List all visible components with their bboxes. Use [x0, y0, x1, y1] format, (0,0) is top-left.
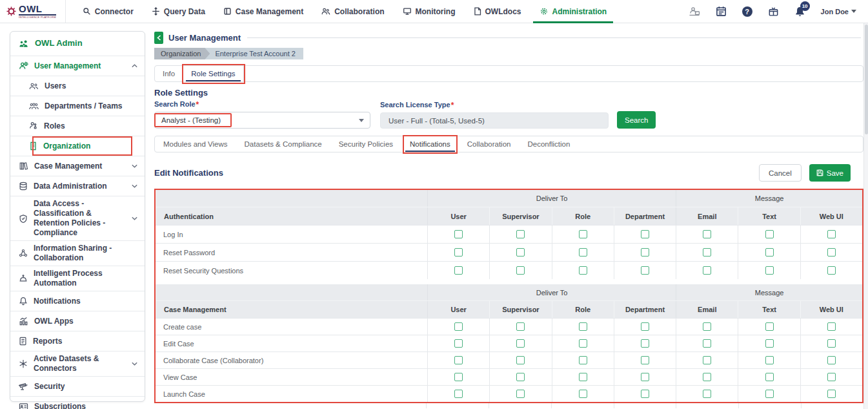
checkbox[interactable] — [827, 266, 836, 275]
sidebar-item-subscriptions[interactable]: Subscriptions — [10, 397, 145, 409]
checkbox[interactable] — [703, 390, 711, 398]
sidebar-item-organization[interactable]: Organization — [10, 136, 145, 156]
checkbox[interactable] — [454, 339, 463, 348]
sidebar-item-owl-apps[interactable]: OWL Apps — [10, 311, 145, 331]
checkbox[interactable] — [516, 339, 525, 348]
sidebar-collapse-button[interactable] — [154, 32, 163, 44]
checkbox[interactable] — [641, 266, 649, 275]
license-type-field[interactable]: User - Full - (Total-5, Used-5) — [380, 112, 609, 129]
checkbox[interactable] — [703, 230, 711, 238]
checkbox[interactable] — [765, 373, 774, 381]
checkbox[interactable] — [641, 322, 649, 331]
search-role-select[interactable]: Analyst - (Testing) — [154, 112, 370, 129]
checkbox[interactable] — [579, 373, 587, 381]
subtab-modules-and-views[interactable]: Modules and Views — [155, 136, 236, 152]
checkbox[interactable] — [454, 230, 463, 238]
whats-new-gift-icon[interactable] — [768, 6, 779, 17]
nav-item-connector[interactable]: Connector — [74, 0, 143, 23]
tab-info[interactable]: Info — [155, 66, 183, 81]
nav-item-owldocs[interactable]: OWLdocs — [465, 0, 530, 23]
checkbox[interactable] — [641, 230, 649, 238]
checkbox[interactable] — [765, 230, 774, 238]
checkbox[interactable] — [827, 373, 836, 381]
nav-item-case-management[interactable]: Case Management — [214, 0, 312, 23]
nav-item-monitoring[interactable]: Monitoring — [394, 0, 465, 23]
checkbox[interactable] — [454, 248, 463, 257]
vertical-scrollbar[interactable] — [863, 23, 868, 409]
checkbox[interactable] — [641, 390, 649, 398]
notifications-bell-icon[interactable]: 10 — [794, 6, 805, 17]
checkbox[interactable] — [827, 322, 836, 331]
checkbox[interactable] — [579, 248, 587, 257]
checkbox[interactable] — [516, 248, 525, 257]
sidebar-item-information-sharing[interactable]: Information Sharing - Collaboration — [10, 241, 145, 266]
checkbox[interactable] — [579, 230, 587, 238]
nav-item-administration[interactable]: Administration — [530, 0, 616, 23]
checkbox[interactable] — [765, 390, 774, 398]
checkbox[interactable] — [579, 356, 587, 364]
sidebar-item-user-management[interactable]: User Management — [10, 56, 145, 76]
subtab-deconfliction[interactable]: Deconfliction — [519, 136, 578, 152]
checkbox[interactable] — [516, 390, 525, 398]
checkbox[interactable] — [765, 322, 774, 331]
sidebar-item-security[interactable]: Security — [10, 377, 145, 397]
sidebar-item-users[interactable]: Users — [10, 76, 145, 96]
checkbox[interactable] — [827, 248, 836, 257]
checkbox[interactable] — [765, 248, 774, 257]
checkbox[interactable] — [765, 356, 774, 364]
checkbox[interactable] — [641, 356, 649, 364]
checkbox[interactable] — [641, 248, 649, 257]
sidebar-item-roles[interactable]: Roles — [10, 116, 145, 136]
nav-item-query-data[interactable]: Query Data — [143, 0, 214, 23]
checkbox[interactable] — [454, 266, 463, 275]
subtab-security-policies[interactable]: Security Policies — [330, 136, 401, 152]
sidebar-item-data-administration[interactable]: Data Administration — [10, 176, 145, 196]
checkbox[interactable] — [454, 322, 463, 331]
sidebar-item-notifications[interactable]: Notifications — [10, 291, 145, 311]
sidebar-item-departments-teams[interactable]: Departments / Teams — [10, 96, 145, 116]
breadcrumb-enterprise-account[interactable]: Enterprise Test Account 2 — [205, 48, 303, 59]
checkbox[interactable] — [454, 373, 463, 381]
checkbox[interactable] — [703, 266, 711, 275]
cancel-button[interactable]: Cancel — [759, 164, 802, 182]
checkbox[interactable] — [454, 390, 463, 398]
user-menu[interactable]: Jon Doe — [821, 8, 856, 16]
support-agent-icon[interactable] — [689, 6, 700, 17]
scrollbar-thumb[interactable] — [865, 25, 868, 134]
checkbox[interactable] — [516, 230, 525, 238]
save-button[interactable]: Save — [809, 164, 851, 182]
checkbox[interactable] — [579, 339, 587, 348]
sidebar-item-reports[interactable]: Reports — [10, 331, 145, 351]
sidebar-item-case-management[interactable]: Case Management — [10, 156, 145, 176]
sidebar-item-data-access-policies[interactable]: Data Access - Classification & Retention… — [10, 196, 145, 241]
checkbox[interactable] — [641, 373, 649, 381]
search-button[interactable]: Search — [617, 111, 656, 129]
subtab-datasets-compliance[interactable]: Datasets & Compliance — [236, 136, 330, 152]
checkbox[interactable] — [516, 356, 525, 364]
nav-item-collaboration[interactable]: Collaboration — [312, 0, 393, 23]
checkbox[interactable] — [765, 266, 774, 275]
checkbox[interactable] — [703, 339, 711, 348]
checkbox[interactable] — [579, 266, 587, 275]
subtab-notifications[interactable]: Notifications — [401, 136, 459, 152]
checkbox[interactable] — [827, 339, 836, 348]
checkbox[interactable] — [516, 373, 525, 381]
checkbox[interactable] — [454, 356, 463, 364]
checkbox[interactable] — [641, 339, 649, 348]
checkbox[interactable] — [827, 230, 836, 238]
sidebar-item-intelligent-process-automation[interactable]: Intelligent Process Automation — [10, 266, 145, 291]
owl-logo[interactable]: OWL INTELLIGENCE PLATFORM — [0, 0, 66, 23]
checkbox[interactable] — [579, 322, 587, 331]
checkbox[interactable] — [579, 390, 587, 398]
sidebar-item-active-datasets-connectors[interactable]: Active Datasets & Connectors — [10, 351, 145, 377]
breadcrumb-organization[interactable]: Organization — [154, 48, 210, 59]
checkbox[interactable] — [516, 266, 525, 275]
checkbox[interactable] — [827, 356, 836, 364]
checkbox[interactable] — [703, 248, 711, 257]
checkbox[interactable] — [703, 322, 711, 331]
calendar-icon[interactable] — [716, 6, 727, 17]
checkbox[interactable] — [765, 339, 774, 348]
checkbox[interactable] — [703, 356, 711, 364]
help-icon[interactable]: ? — [742, 6, 752, 17]
checkbox[interactable] — [827, 390, 836, 398]
